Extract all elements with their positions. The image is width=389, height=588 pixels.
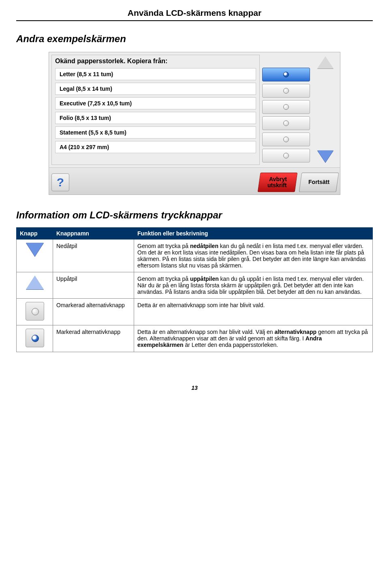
help-button[interactable]: ? [51,173,69,191]
radio-dot-icon [283,153,289,158]
section-title-2: Information om LCD-skärmens tryckknappar [16,210,373,221]
lcd-option-a4[interactable]: A4 (210 x 297 mm) [55,141,256,153]
lcd-option-legal[interactable]: Legal (8,5 x 14 tum) [55,83,256,95]
name-cell: Uppåtpil [53,272,134,299]
th-funktion: Funktion eller beskrivning [134,228,373,239]
icon-cell-radio-selected [17,325,53,352]
desc-cell: Detta är en alternativknapp som inte har… [134,299,373,325]
radio-folio[interactable] [262,116,310,130]
radio-a4[interactable] [262,149,310,163]
radio-dot-icon [283,120,289,126]
radio-unselected-icon [26,302,44,321]
table-row: Nedåtpil Genom att trycka på nedåtpilen … [17,239,373,272]
lcd-option-letter[interactable]: Letter (8,5 x 11 tum) [55,68,256,80]
table-row: Uppåtpil Genom att trycka på uppåtpilen … [17,272,373,299]
down-arrow-icon [26,243,44,257]
table-row: Omarkerad alternativknapp Detta är en al… [17,299,373,325]
page-number: 13 [16,385,373,391]
lcd-left-panel: Okänd pappersstorlek. Kopiera från: Lett… [51,55,260,165]
continue-button[interactable]: Fortsätt [299,173,339,192]
radio-dot-icon [283,137,289,142]
lcd-option-folio[interactable]: Folio (8,5 x 13 tum) [55,112,256,124]
lcd-option-statement[interactable]: Statement (5,5 x 8,5 tum) [55,126,256,139]
radio-statement[interactable] [262,133,310,146]
cancel-print-button[interactable]: Avbryt utskrift [258,173,298,192]
up-arrow-disabled-icon [317,56,333,68]
cancel-line2: utskrift [267,182,286,188]
lcd-footer: ? Avbryt utskrift Fortsätt [49,167,340,195]
radio-executive[interactable] [262,100,310,114]
desc-cell: Genom att trycka på nedåtpilen kan du gå… [134,239,373,272]
table-row: Markerad alternativknapp Detta är en alt… [17,325,373,352]
th-knapp: Knapp [17,228,53,239]
up-arrow-icon [26,276,44,289]
down-arrow-icon[interactable] [317,150,333,163]
cancel-line1: Avbryt [269,176,287,182]
radio-dot-icon [283,104,289,110]
lcd-option-executive[interactable]: Executive (7,25 x 10,5 tum) [55,97,256,109]
radio-dot-icon [283,88,289,94]
desc-cell: Detta är en alternativknapp som har bliv… [134,325,373,352]
name-cell: Omarkerad alternativknapp [53,299,134,325]
section-title-1: Andra exempelskärmen [16,33,373,45]
lcd-screenshot: Okänd pappersstorlek. Kopiera från: Lett… [49,52,340,195]
radio-legal[interactable] [262,84,310,98]
radio-selected-letter[interactable] [262,68,310,81]
icon-cell-down [17,239,53,272]
name-cell: Markerad alternativknapp [53,325,134,352]
desc-cell: Genom att trycka på uppåtpilen kan du gå… [134,272,373,299]
icon-cell-radio-unselected [17,299,53,325]
lcd-arrow-column [313,55,338,165]
lcd-radio-column [262,55,311,165]
icon-cell-up [17,272,53,299]
lcd-headline: Okänd pappersstorlek. Kopiera från: [55,58,256,65]
button-info-table: Knapp Knappnamn Funktion eller beskrivni… [16,227,373,352]
continue-label: Fortsätt [308,179,329,185]
th-knappnamn: Knappnamn [53,228,134,239]
name-cell: Nedåtpil [53,239,134,272]
radio-selected-icon [26,329,44,347]
header-rule [16,20,373,21]
radio-dot-icon [283,72,289,77]
page-header-title: Använda LCD-skärmens knappar [16,8,373,18]
